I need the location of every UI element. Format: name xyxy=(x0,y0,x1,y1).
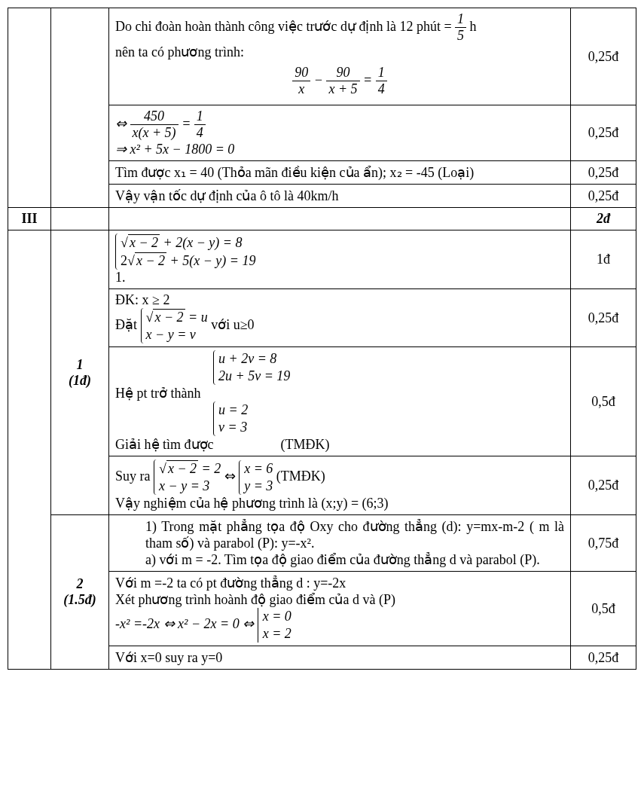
content-cell: u + 2v = 8 2u + 5v = 19 Hệ pt trở thành … xyxy=(109,347,571,456)
equation: 90x − 90x + 5 = 14 xyxy=(115,65,564,97)
text: Hệ pt trở thành xyxy=(115,385,564,401)
answer-key-table: Do chi đoàn hoàn thành công việc trước d… xyxy=(8,8,636,670)
text: Vậy nghiệm của hệ phương trình là (x;y) … xyxy=(115,495,564,511)
score-cell: 0,25đ xyxy=(571,105,636,161)
bracket: x = 0 x = 2 xyxy=(258,608,291,643)
content-cell: Suy ra √x − 2 = 2 x − y = 3 ⇔ x = 6 y = … xyxy=(109,456,571,515)
system-brace: u = 2 v = 3 xyxy=(213,401,248,436)
score-cell: 0,5đ xyxy=(571,572,636,646)
score-cell: 0,25đ xyxy=(571,8,636,105)
section-label: III xyxy=(8,208,51,230)
arrow: ⇔ xyxy=(115,116,130,131)
content-cell: Vậy vận tốc dự định của ô tô là 40km/h xyxy=(109,185,571,208)
arrow: ⇒ xyxy=(115,142,130,157)
text: Với m =-2 ta có pt đường thẳng d : y=-2x xyxy=(115,575,564,591)
content-cell: ĐK: x ≥ 2 Đặt √x − 2 = u x − y = v với u… xyxy=(109,289,571,347)
section-label-empty xyxy=(8,230,51,670)
fraction: 450 x(x + 5) xyxy=(130,108,179,141)
score-cell: 0,25đ xyxy=(571,646,636,670)
score-cell: 0,25đ xyxy=(571,185,636,208)
text: h xyxy=(470,19,477,34)
text: 1. xyxy=(115,270,564,285)
score-cell: 1đ xyxy=(571,230,636,289)
score-cell: 0,25đ xyxy=(571,289,636,347)
score-cell: 0,25đ xyxy=(571,161,636,185)
content-cell-empty xyxy=(109,208,571,230)
content-cell: ⇔ 450 x(x + 5) = 1 4 ⇒ x² + 5x − 1800 = … xyxy=(109,105,571,161)
sub-label-empty xyxy=(51,8,109,208)
system-brace: x = 6 y = 3 xyxy=(239,460,273,495)
text: ĐK: x ≥ 2 xyxy=(115,292,564,308)
system-brace: √x − 2 + 2(x − y) = 8 2√x − 2 + 5(x − y)… xyxy=(115,234,255,270)
fraction: 1 5 xyxy=(455,11,466,44)
system-brace: u + 2v = 8 2u + 5v = 19 xyxy=(213,350,290,385)
content-cell: √x − 2 + 2(x − y) = 8 2√x − 2 + 5(x − y)… xyxy=(109,230,571,289)
text: (TMĐK) xyxy=(281,437,330,452)
system-brace: √x − 2 = 2 x − y = 3 xyxy=(154,459,221,495)
fraction: 1 4 xyxy=(194,108,206,141)
sub-label: 1 (1đ) xyxy=(51,230,109,515)
score-cell: 0,75đ xyxy=(571,515,636,572)
score-cell: 2đ xyxy=(571,208,636,230)
text: Xét phương trình hoành độ giao điểm của … xyxy=(115,591,564,608)
text: Do chi đoàn hoàn thành công việc trước d… xyxy=(115,19,455,34)
content-cell: Với x=0 suy ra y=0 xyxy=(109,646,571,670)
sub-label: 2 (1.5đ) xyxy=(51,515,109,670)
system-brace: √x − 2 = u x − y = v xyxy=(141,308,208,343)
content-cell: 1) Trong mặt phẳng tọa độ Oxy cho đường … xyxy=(109,515,571,572)
score-cell: 0,5đ xyxy=(571,347,636,456)
content-cell: Với m =-2 ta có pt đường thẳng d : y=-2x… xyxy=(109,572,571,646)
equation: x² + 5x − 1800 = 0 xyxy=(130,142,235,157)
score-cell: 0,25đ xyxy=(571,456,636,515)
content-cell: Do chi đoàn hoàn thành công việc trước d… xyxy=(109,8,571,105)
content-cell: Tìm được x₁ = 40 (Thỏa mãn điều kiện của… xyxy=(109,161,571,185)
sub-label-empty xyxy=(51,208,109,230)
text: Giải hệ tìm được xyxy=(115,437,214,452)
text: nên ta có phương trình: xyxy=(115,44,564,60)
section-label-empty xyxy=(8,8,51,208)
